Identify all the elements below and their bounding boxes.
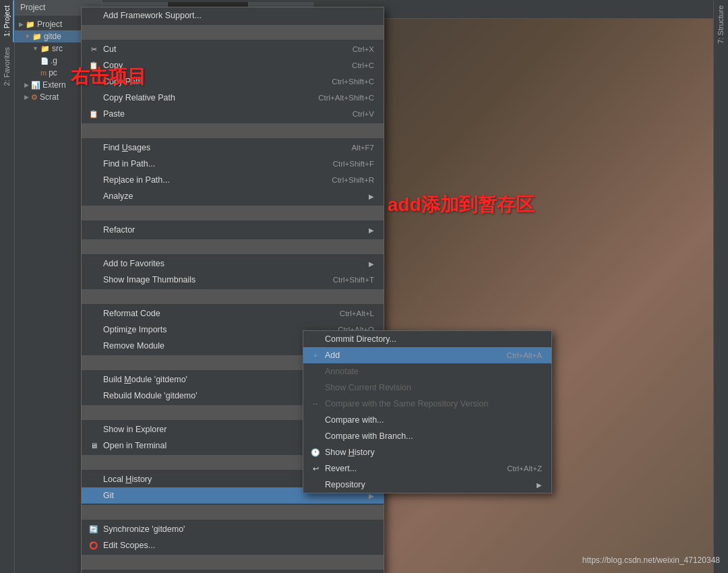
menu-item-replace-in-path[interactable]: Replace in Path... Ctrl+Shift+R [82,172,384,188]
menu-item-paste[interactable]: 📋 Paste Ctrl+V [82,106,384,122]
menu-shortcut-copy-path: Ctrl+Shift+C [332,78,374,86]
menu-item-add-framework[interactable]: Add Framework Support... [82,7,384,24]
analyze-arrow: ▶ [369,193,374,200]
menu-label-optimize-imports: Optimize Imports [103,325,166,334]
repository-arrow: ▶ [537,481,542,489]
refactor-icon [88,224,99,235]
menu-item-left: Add Framework Support... [88,10,202,21]
arrow-icon: ▼ [32,45,38,52]
menu-separator-3 [82,239,384,254]
overlay-text-right-click: 右击项目 [71,64,146,90]
menu-item-reformat-code[interactable]: Reformat Code Ctrl+Alt+L [82,305,384,322]
menu-separator-0 [82,25,384,40]
menu-label-refactor: Refactor [103,225,135,235]
submenu-shortcut-revert: Ctrl+Alt+Z [507,464,542,473]
commit-directory-icon [310,334,321,344]
side-tabs-right: 7: Structure [713,0,728,573]
folder-icon: 📁 [32,32,42,41]
menu-label-show-in-explorer: Show in Explorer [103,425,167,434]
submenu-item-add[interactable]: + Add Ctrl+Alt+A [303,347,551,363]
menu-shortcut-reformat-code: Ctrl+Alt+L [340,309,374,318]
menu-label-paste: Paste [103,109,125,119]
menu-item-cut[interactable]: ✂ Cut Ctrl+X [82,41,384,57]
menu-label-add-to-favorites: Add to Favorites [103,259,164,268]
synchronize-icon: 🔄 [88,524,99,535]
menu-item-left: Show Image Thumbnails [88,274,195,285]
show-current-revision-icon [310,382,321,393]
submenu-label-show-history: Show History [325,448,375,457]
menu-shortcut-copy: Ctrl+C [352,61,374,69]
sidebar-tab-project[interactable]: 1: Project [1,0,14,42]
show-history-icon: 🕐 [310,447,321,458]
menu-item-left: 🔄 Synchronize 'gitdemo' [88,524,185,535]
side-tabs-left: 1: Project 2: Favorites [0,0,15,573]
menu-item-left: Annotate [310,366,359,377]
menu-label-copy-relative-path: Copy Relative Path [103,93,175,102]
tree-label: Project [37,20,62,29]
menu-separator-9 [82,555,384,570]
menu-item-left: Copy Relative Path [88,92,175,103]
menu-shortcut-cut: Ctrl+X [353,45,374,53]
submenu-item-commit-directory[interactable]: Commit Directory... [303,331,551,347]
build-module-icon [88,374,99,385]
menu-item-left: Add to Favorites [88,258,164,269]
add-icon: + [310,350,321,361]
submenu-item-compare-with[interactable]: Compare with... [303,412,551,428]
menu-shortcut-copy-relative-path: Ctrl+Alt+Shift+C [318,94,374,102]
menu-item-left: ↔ Compare with the Same Repository Versi… [310,398,488,409]
menu-separator-2 [82,206,384,220]
submenu-item-compare-with-branch[interactable]: Compare with Branch... [303,428,551,444]
menu-item-analyze[interactable]: Analyze ▶ [82,188,384,204]
menu-item-copy-relative-path[interactable]: Copy Relative Path Ctrl+Alt+Shift+C [82,90,384,106]
submenu-item-show-history[interactable]: 🕐 Show History [303,444,551,460]
menu-label-reformat-code: Reformat Code [103,309,160,318]
submenu-label-show-current-revision: Show Current Revision [325,383,411,392]
menu-item-left: Find in Path... [88,158,155,169]
submenu-label-commit-directory: Commit Directory... [325,334,396,344]
show-in-explorer-icon [88,424,99,435]
add-to-favorites-arrow: ▶ [369,260,374,268]
menu-item-left: Compare with... [310,415,384,425]
submenu-label-annotate: Annotate [325,367,359,376]
submenu-item-compare-same-repo: ↔ Compare with the Same Repository Versi… [303,396,551,412]
scratch-icon: ⚙ [31,93,38,102]
menu-item-left: Rebuild Module 'gitdemo' [88,390,198,401]
compare-same-repo-icon: ↔ [310,398,321,409]
remove-module-icon [88,340,99,351]
submenu-item-revert[interactable]: ↩ Revert... Ctrl+Alt+Z [303,460,551,477]
menu-item-show-image-thumbnails[interactable]: Show Image Thumbnails Ctrl+Shift+T [82,272,384,288]
sidebar-tab-favorites[interactable]: 2: Favorites [1,42,14,91]
add-to-favorites-icon [88,258,99,269]
menu-item-add-to-favorites[interactable]: Add to Favorites ▶ [82,255,384,272]
menu-label-git: Git [103,491,114,500]
menu-item-left: Commit Directory... [310,334,396,344]
menu-item-find-usages[interactable]: Find Usages Alt+F7 [82,140,384,156]
menu-item-left: 🕐 Show History [310,447,375,458]
find-usages-icon [88,142,99,153]
menu-item-find-in-path[interactable]: Find in Path... Ctrl+Shift+F [82,156,384,172]
repository-icon [310,479,321,490]
rebuild-module-icon [88,390,99,401]
menu-icon-add-framework [88,10,99,21]
compare-with-branch-icon [310,431,321,442]
menu-label-replace-in-path: Replace in Path... [103,175,170,185]
menu-item-left: Compare with Branch... [310,431,413,442]
submenu-item-repository[interactable]: Repository ▶ [303,477,551,493]
menu-label-analyze: Analyze [103,191,133,201]
menu-item-edit-scopes[interactable]: ⭕ Edit Scopes... [82,537,384,553]
tree-label: src [52,44,63,53]
overlay-text-add: add添加到暂存区 [388,192,535,218]
menu-label-local-history: Local History [103,475,152,484]
m-icon: m [40,69,47,77]
menu-item-left: Optimize Imports [88,324,166,335]
menu-item-left: Refactor [88,224,135,235]
menu-item-left: Reformat Code [88,308,160,319]
menu-item-left: ↩ Revert... [310,463,357,474]
sidebar-tab-structure[interactable]: 7: Structure [715,0,728,49]
folder-icon: 📁 [40,44,50,53]
menu-item-refactor[interactable]: Refactor ▶ [82,222,384,238]
find-in-path-icon [88,158,99,169]
analyze-icon [88,191,99,202]
menu-item-synchronize[interactable]: 🔄 Synchronize 'gitdemo' [82,521,384,537]
menu-shortcut-find-in-path: Ctrl+Shift+F [333,160,374,168]
